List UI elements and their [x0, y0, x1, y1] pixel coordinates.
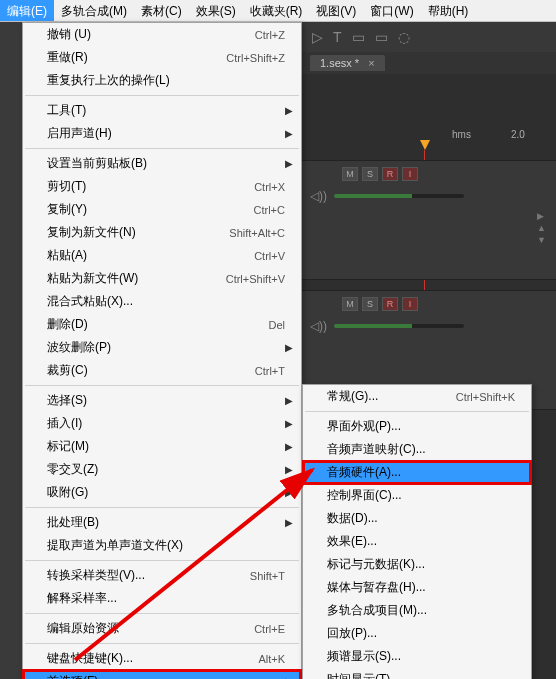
menuitem-effects[interactable]: 效果(E)... — [303, 530, 531, 553]
separator — [25, 613, 299, 614]
menuitem-copy-to-new[interactable]: 复制为新文件(N)Shift+Alt+C — [23, 221, 301, 244]
volume-slider[interactable] — [334, 324, 464, 328]
menuitem-markers-metadata[interactable]: 标记与元数据(K)... — [303, 553, 531, 576]
menuitem-general[interactable]: 常规(G)...Ctrl+Shift+K — [303, 385, 531, 408]
separator — [305, 411, 529, 412]
chevron-right-icon: ▶ — [285, 342, 293, 353]
menuitem-copy[interactable]: 复制(Y)Ctrl+C — [23, 198, 301, 221]
edit-menu-dropdown: 撤销 (U)Ctrl+Z 重做(R)Ctrl+Shift+Z 重复执行上次的操作… — [22, 22, 302, 679]
menuitem-zero-crossing[interactable]: 零交叉(Z)▶ — [23, 458, 301, 481]
menu-help[interactable]: 帮助(H) — [421, 0, 476, 21]
tool-ellipse-icon[interactable]: ◌ — [398, 29, 410, 45]
menuitem-snapping[interactable]: 吸附(G)▶ — [23, 481, 301, 504]
menuitem-spectral-display[interactable]: 频谱显示(S)... — [303, 645, 531, 668]
tool-rect2-icon[interactable]: ▭ — [375, 29, 388, 45]
menuitem-audio-hardware[interactable]: 音频硬件(A)... — [303, 461, 531, 484]
menubar: 编辑(E) 多轨合成(M) 素材(C) 效果(S) 收藏夹(R) 视图(V) 窗… — [0, 0, 556, 22]
ruler-t1: 2.0 — [511, 129, 525, 140]
tool-cursor-icon[interactable]: ▷ — [312, 29, 323, 45]
menuitem-keyboard-shortcuts[interactable]: 键盘快捷键(K)...Alt+K — [23, 647, 301, 670]
menuitem-appearance[interactable]: 界面外观(P)... — [303, 415, 531, 438]
tab-title: 1.sesx * — [320, 57, 359, 69]
chevron-right-icon: ▶ — [285, 441, 293, 452]
document-tab[interactable]: 1.sesx * × — [310, 55, 385, 71]
time-ruler: hms 2.0 4.0 — [302, 120, 556, 148]
track-mute-button[interactable]: M — [342, 167, 358, 181]
preferences-submenu: 常规(G)...Ctrl+Shift+K 界面外观(P)... 音频声道映射(C… — [302, 384, 532, 679]
menuitem-data[interactable]: 数据(D)... — [303, 507, 531, 530]
menuitem-multitrack[interactable]: 多轨合成项目(M)... — [303, 599, 531, 622]
chevron-right-icon: ▶ — [285, 158, 293, 169]
menuitem-audio-channel-mapping[interactable]: 音频声道映射(C)... — [303, 438, 531, 461]
menuitem-paste-to-new[interactable]: 粘贴为新文件(W)Ctrl+Shift+V — [23, 267, 301, 290]
tool-rect-icon[interactable]: ▭ — [352, 29, 365, 45]
menuitem-crop[interactable]: 裁剪(C)Ctrl+T — [23, 359, 301, 382]
chevron-right-icon: ▶ — [285, 464, 293, 475]
menuitem-extract-channels[interactable]: 提取声道为单声道文件(X) — [23, 534, 301, 557]
chevron-right-icon: ▶ — [285, 517, 293, 528]
chevron-right-icon: ▶ — [285, 487, 293, 498]
track-solo-button[interactable]: S — [362, 297, 378, 311]
menu-window[interactable]: 窗口(W) — [363, 0, 420, 21]
track-input-button[interactable]: I — [402, 297, 418, 311]
chevron-right-icon[interactable]: ▶ — [537, 211, 546, 221]
chevron-right-icon: ▶ — [285, 395, 293, 406]
track-mute-button[interactable]: M — [342, 297, 358, 311]
menu-multitrack[interactable]: 多轨合成(M) — [54, 0, 134, 21]
menuitem-marker[interactable]: 标记(M)▶ — [23, 435, 301, 458]
separator — [25, 95, 299, 96]
toolbar: ▷ T ▭ ▭ ◌ — [302, 22, 556, 52]
menuitem-convert-sample-type[interactable]: 转换采样类型(V)...Shift+T — [23, 564, 301, 587]
menuitem-cut[interactable]: 剪切(T)Ctrl+X — [23, 175, 301, 198]
menuitem-tools[interactable]: 工具(T)▶ — [23, 99, 301, 122]
track-solo-button[interactable]: S — [362, 167, 378, 181]
separator — [25, 148, 299, 149]
menuitem-undo[interactable]: 撤销 (U)Ctrl+Z — [23, 23, 301, 46]
track-controls: ▶ ▲ ▼ — [537, 211, 546, 245]
separator — [25, 507, 299, 508]
menuitem-delete[interactable]: 删除(D)Del — [23, 313, 301, 336]
track-record-button[interactable]: R — [382, 297, 398, 311]
chevron-right-icon: ▶ — [285, 128, 293, 139]
menuitem-interpret-sample-rate[interactable]: 解释采样率... — [23, 587, 301, 610]
menu-favorites[interactable]: 收藏夹(R) — [243, 0, 310, 21]
menuitem-enable-channels[interactable]: 启用声道(H)▶ — [23, 122, 301, 145]
speaker-icon: ◁)) — [310, 189, 330, 203]
menuitem-mix-paste[interactable]: 混合式粘贴(X)... — [23, 290, 301, 313]
chevron-right-icon: ▶ — [285, 105, 293, 116]
menuitem-control-surface[interactable]: 控制界面(C)... — [303, 484, 531, 507]
close-icon[interactable]: × — [368, 57, 374, 69]
track-input-button[interactable]: I — [402, 167, 418, 181]
menuitem-ripple-delete[interactable]: 波纹删除(P)▶ — [23, 336, 301, 359]
track-record-button[interactable]: R — [382, 167, 398, 181]
menuitem-preferences[interactable]: 首选项(F)▶ — [23, 670, 301, 679]
chevron-right-icon: ▶ — [285, 418, 293, 429]
menu-edit[interactable]: 编辑(E) — [0, 0, 54, 21]
menuitem-insert[interactable]: 插入(I)▶ — [23, 412, 301, 435]
menuitem-redo[interactable]: 重做(R)Ctrl+Shift+Z — [23, 46, 301, 69]
menuitem-paste[interactable]: 粘贴(A)Ctrl+V — [23, 244, 301, 267]
menuitem-edit-original[interactable]: 编辑原始资源Ctrl+E — [23, 617, 301, 640]
speaker-icon: ◁)) — [310, 319, 330, 333]
menuitem-repeat-last[interactable]: 重复执行上次的操作(L) — [23, 69, 301, 92]
menuitem-set-clipboard[interactable]: 设置当前剪贴板(B)▶ — [23, 152, 301, 175]
menu-clip[interactable]: 素材(C) — [134, 0, 189, 21]
tool-text-icon[interactable]: T — [333, 29, 342, 45]
separator — [25, 385, 299, 386]
chevron-up-icon[interactable]: ▲ — [537, 223, 546, 233]
track-1: M S R I ◁)) ▶ ▲ ▼ — [302, 160, 556, 280]
ruler-unit: hms — [452, 129, 471, 140]
menuitem-media-cache[interactable]: 媒体与暂存盘(H)... — [303, 576, 531, 599]
menuitem-batch-process[interactable]: 批处理(B)▶ — [23, 511, 301, 534]
menuitem-select[interactable]: 选择(S)▶ — [23, 389, 301, 412]
separator — [25, 643, 299, 644]
menuitem-time-display[interactable]: 时间显示(T)... — [303, 668, 531, 679]
volume-slider[interactable] — [334, 194, 464, 198]
tab-bar: 1.sesx * × — [302, 52, 556, 74]
chevron-down-icon[interactable]: ▼ — [537, 235, 546, 245]
menu-view[interactable]: 视图(V) — [309, 0, 363, 21]
menuitem-playback[interactable]: 回放(P)... — [303, 622, 531, 645]
menu-effects[interactable]: 效果(S) — [189, 0, 243, 21]
separator — [25, 560, 299, 561]
